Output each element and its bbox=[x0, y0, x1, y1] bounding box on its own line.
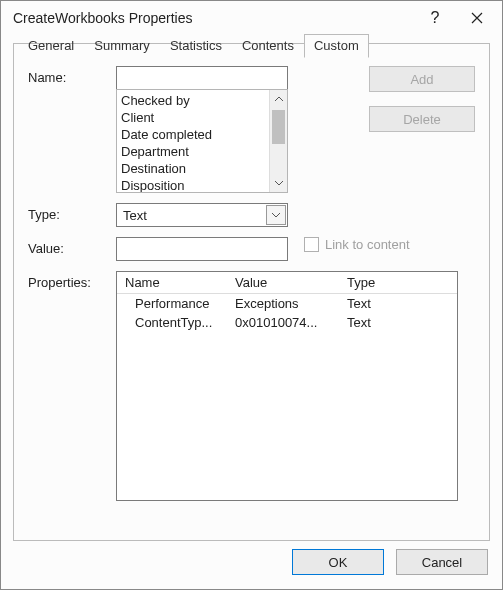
cell-name: ContentTyp... bbox=[117, 313, 227, 332]
value-label: Value: bbox=[28, 237, 116, 256]
type-value: Text bbox=[117, 208, 265, 223]
value-input[interactable] bbox=[116, 237, 288, 261]
properties-header-row: Name Value Type bbox=[117, 272, 457, 294]
dialog-title: CreateWorkbooks Properties bbox=[13, 10, 414, 26]
chevron-up-icon bbox=[275, 96, 283, 102]
list-item[interactable]: Disposition bbox=[121, 177, 265, 193]
list-item[interactable]: Client bbox=[121, 109, 265, 126]
scrollbar-track[interactable] bbox=[270, 108, 287, 174]
col-header-value[interactable]: Value bbox=[227, 272, 339, 294]
properties-label: Properties: bbox=[28, 271, 116, 290]
list-item[interactable]: Department bbox=[121, 143, 265, 160]
scrollbar-thumb[interactable] bbox=[272, 110, 285, 144]
tab-strip: General Summary Statistics Contents Cust… bbox=[18, 34, 369, 58]
delete-button[interactable]: Delete bbox=[369, 106, 475, 132]
cancel-button[interactable]: Cancel bbox=[396, 549, 488, 575]
type-combobox[interactable]: Text bbox=[116, 203, 288, 227]
scroll-down-button[interactable] bbox=[270, 174, 287, 192]
cell-value: 0x01010074... bbox=[227, 313, 339, 332]
name-label: Name: bbox=[28, 66, 116, 85]
close-icon bbox=[471, 12, 483, 24]
close-button[interactable] bbox=[456, 3, 498, 33]
tab-general[interactable]: General bbox=[18, 34, 84, 58]
name-list-items: Checked by Client Date completed Departm… bbox=[117, 90, 269, 192]
list-item[interactable]: Destination bbox=[121, 160, 265, 177]
list-item[interactable]: Checked by bbox=[121, 92, 265, 109]
list-scrollbar[interactable] bbox=[269, 90, 287, 192]
properties-dialog: CreateWorkbooks Properties ? General Sum… bbox=[0, 0, 503, 590]
name-input[interactable] bbox=[116, 66, 288, 90]
table-row[interactable]: ContentTyp... 0x01010074... Text bbox=[117, 313, 457, 332]
titlebar: CreateWorkbooks Properties ? bbox=[1, 1, 502, 35]
tab-statistics[interactable]: Statistics bbox=[160, 34, 232, 58]
link-to-content-label: Link to content bbox=[325, 237, 410, 252]
help-button[interactable]: ? bbox=[414, 3, 456, 33]
cell-type: Text bbox=[339, 294, 457, 314]
tab-custom-panel: Name: Checked by Client Date completed D… bbox=[14, 44, 489, 521]
type-dropdown-button[interactable] bbox=[266, 205, 286, 225]
tab-contents[interactable]: Contents bbox=[232, 34, 304, 58]
type-label: Type: bbox=[28, 203, 116, 222]
checkbox-box bbox=[304, 237, 319, 252]
chevron-down-icon bbox=[272, 212, 280, 218]
chevron-down-icon bbox=[275, 180, 283, 186]
table-row[interactable]: Performance Exceptions Text bbox=[117, 294, 457, 314]
dialog-footer: OK Cancel bbox=[292, 549, 488, 575]
scroll-up-button[interactable] bbox=[270, 90, 287, 108]
ok-button[interactable]: OK bbox=[292, 549, 384, 575]
cell-type: Text bbox=[339, 313, 457, 332]
client-area: General Summary Statistics Contents Cust… bbox=[13, 43, 490, 541]
tab-custom[interactable]: Custom bbox=[304, 34, 369, 58]
cell-name: Performance bbox=[117, 294, 227, 314]
link-to-content-checkbox: Link to content bbox=[304, 237, 410, 252]
add-button[interactable]: Add bbox=[369, 66, 475, 92]
tab-summary[interactable]: Summary bbox=[84, 34, 160, 58]
properties-listview[interactable]: Name Value Type Performance Exceptions T… bbox=[116, 271, 458, 501]
cell-value: Exceptions bbox=[227, 294, 339, 314]
list-item[interactable]: Date completed bbox=[121, 126, 265, 143]
col-header-type[interactable]: Type bbox=[339, 272, 457, 294]
name-suggestion-list[interactable]: Checked by Client Date completed Departm… bbox=[116, 89, 288, 193]
help-icon: ? bbox=[431, 9, 440, 27]
col-header-name[interactable]: Name bbox=[117, 272, 227, 294]
